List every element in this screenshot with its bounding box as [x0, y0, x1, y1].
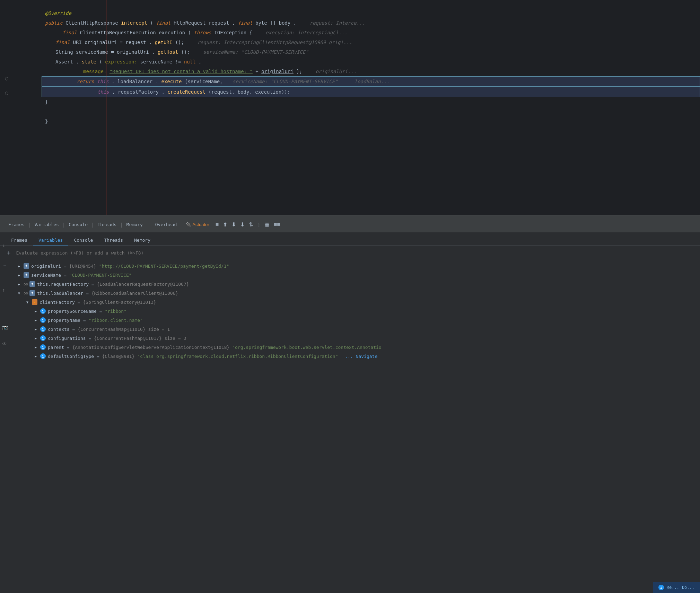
toolbar-overhead[interactable]: Overhead	[152, 217, 180, 232]
info-icon: i	[40, 308, 46, 314]
field-icon: f	[29, 290, 35, 296]
toolbar-icon-arrow[interactable]: ↕	[256, 221, 262, 229]
var-size: size = 3	[165, 336, 186, 341]
var-name: parent	[48, 345, 64, 350]
toolbar-tab-console[interactable]: Console	[66, 217, 90, 232]
variables-toolbar: +	[0, 246, 700, 260]
orange-icon: 🔸	[32, 299, 37, 305]
var-name: serviceName	[31, 273, 61, 278]
side-icon-step-into[interactable]: ↑	[2, 287, 8, 293]
toolbar-icon-sync[interactable]: ⇅	[247, 221, 255, 229]
var-name: propertySourceName	[48, 309, 97, 314]
toolbar-icons: ≡ ⬆ ⬇ ⬇ ⇅ ↕ ▦ ≡≡	[214, 221, 282, 229]
toolbar-tab-threads[interactable]: Threads	[95, 217, 120, 232]
toolbar-icon-menu[interactable]: ≡≡	[272, 221, 282, 229]
expand-arrow: ▶	[35, 345, 40, 349]
tab-variables[interactable]: Variables	[33, 235, 68, 246]
side-icons: ↓ ↑ 📷 👁	[2, 243, 8, 347]
var-size: size = 1	[148, 327, 170, 332]
variable-row-parent[interactable]: ▶ i parent = {AnnotationConfigServletWeb…	[10, 343, 700, 352]
tab-frames[interactable]: Frames	[6, 235, 33, 246]
variable-row-propertysourcename[interactable]: ▶ i propertySourceName = "ribbon"	[10, 307, 700, 316]
code-line: final URI originalUri = request . getURI…	[21, 37, 700, 47]
var-name: this.requestFactory	[37, 282, 89, 287]
info-icon: i	[40, 353, 46, 359]
code-editor: @Override public ClientHttpResponse inte…	[0, 0, 700, 215]
variable-row-requestfactory[interactable]: ▶ oo f this.requestFactory = {LoadBalanc…	[10, 280, 700, 289]
variable-row-configurations[interactable]: ▶ i configurations = {ConcurrentHashMap@…	[10, 334, 700, 343]
code-line: message: "Request URI does not contain a…	[21, 67, 700, 76]
expand-arrow: ▶	[18, 264, 24, 268]
var-value: "ribbon.client.name"	[88, 318, 143, 323]
var-value: {ConcurrentHashMap@11016}	[78, 327, 146, 332]
var-name: configurations	[48, 336, 86, 341]
expand-arrow: ▼	[26, 300, 32, 304]
var-value: {RibbonLoadBalancerClient@11006}	[91, 291, 178, 296]
variable-row-contexts[interactable]: ▶ i contexts = {ConcurrentHashMap@11016}…	[10, 325, 700, 334]
toolbar-icon-export[interactable]: ⬆	[221, 221, 229, 229]
code-line: final ClientHttpRequestExecution executi…	[21, 28, 700, 37]
field-icon: f	[24, 263, 29, 269]
variable-row-loadbalancer[interactable]: ▼ oo f this.loadBalancer = {RibbonLoadBa…	[10, 289, 700, 298]
info-icon: i	[40, 317, 46, 323]
tab-memory[interactable]: Memory	[129, 235, 156, 246]
navigate-doc: Do...	[682, 585, 694, 590]
expand-arrow: ▼	[18, 291, 24, 295]
side-icon-settings[interactable]: 👁	[2, 341, 8, 347]
toolbar-icon-grid[interactable]: ▦	[263, 221, 271, 229]
keyword: public	[45, 20, 63, 26]
expand-arrow: ▶	[18, 282, 24, 286]
navigate-popup: i Re... Do...	[653, 582, 700, 593]
debug-toolbar: Frames | Variables | Console | Threads |…	[0, 217, 700, 232]
toolbar-tab-frames[interactable]: Frames	[6, 217, 27, 232]
tab-console[interactable]: Console	[68, 235, 98, 246]
var-value: {Class@8981}	[102, 354, 138, 359]
expand-arrow: ▶	[35, 354, 40, 358]
info-icon: i	[40, 326, 46, 332]
var-name: originalUri	[31, 264, 61, 269]
expand-arrow: ▶	[18, 273, 24, 277]
toolbar-icon-list[interactable]: ≡	[214, 221, 220, 229]
toolbar-sep: |	[62, 222, 65, 227]
gutter-icon: ⬡	[5, 91, 8, 96]
var-value: {ConcurrentHashMap@11017}	[94, 336, 162, 341]
side-icon-step-over[interactable]: ↓	[2, 243, 8, 248]
actuator-button[interactable]: 🔌 Actuator	[184, 222, 211, 227]
var-value: {LoadBalancerRequestFactory@11007}	[97, 282, 189, 287]
field-icon: f	[24, 272, 29, 278]
field-icon: f	[29, 281, 35, 287]
navigate-link[interactable]: ... Navigate	[345, 354, 377, 359]
toolbar-tab-variables[interactable]: Variables	[32, 217, 61, 232]
gutter-icon: ⬡	[5, 76, 8, 81]
toolbar-sep: |	[28, 222, 31, 227]
variable-row-originaluri[interactable]: ▶ f originalUri = {URI@9454} "http://CLO…	[10, 261, 700, 270]
expand-arrow: ▶	[35, 327, 40, 331]
code-line: String serviceName = originalUri . getHo…	[21, 47, 700, 57]
variable-row-propertyname[interactable]: ▶ i propertyName = "ribbon.client.name"	[10, 316, 700, 325]
evaluate-expression-input[interactable]	[16, 250, 696, 256]
code-line	[21, 107, 700, 117]
var-name: defaultConfigType	[48, 354, 94, 359]
actuator-icon: 🔌	[186, 222, 191, 227]
tab-threads[interactable]: Threads	[98, 235, 129, 246]
annotation: @Override	[45, 10, 71, 16]
var-string-value: "class org.springframework.cloud.netflix…	[137, 354, 338, 359]
debug-panel: Frames | Variables | Console | Threads |…	[0, 217, 700, 593]
code-line-highlighted: return this . loadBalancer . execute (se…	[42, 76, 700, 87]
variable-row-clientfactory[interactable]: ▼ 🔸 clientFactory = {SpringClientFactory…	[10, 298, 700, 307]
toolbar-tab-memory[interactable]: Memory	[124, 217, 146, 232]
variable-row-defaultconfigtype[interactable]: ▶ i defaultConfigType = {Class@8981} "cl…	[10, 352, 700, 361]
toolbar-sep: |	[91, 222, 94, 227]
code-line: }	[21, 97, 700, 107]
var-ref: {URI@9454}	[69, 264, 99, 269]
static-prefix: oo	[24, 291, 28, 295]
info-icon: i	[40, 335, 46, 341]
navigate-text: Re...	[667, 585, 679, 590]
var-value: {SpringClientFactory@11013}	[83, 300, 156, 305]
variable-row-servicename[interactable]: ▶ f serviceName = "CLOUD-PAYMENT-SERVICE…	[10, 270, 700, 280]
variables-list: − ▶ f originalUri = {URI@9454} "http://C…	[0, 260, 700, 593]
toolbar-icon-import2[interactable]: ⬇	[239, 221, 246, 229]
code-line: public ClientHttpResponse intercept ( fi…	[21, 18, 700, 28]
side-icon-camera[interactable]: 📷	[2, 325, 8, 330]
toolbar-icon-import[interactable]: ⬇	[230, 221, 237, 229]
